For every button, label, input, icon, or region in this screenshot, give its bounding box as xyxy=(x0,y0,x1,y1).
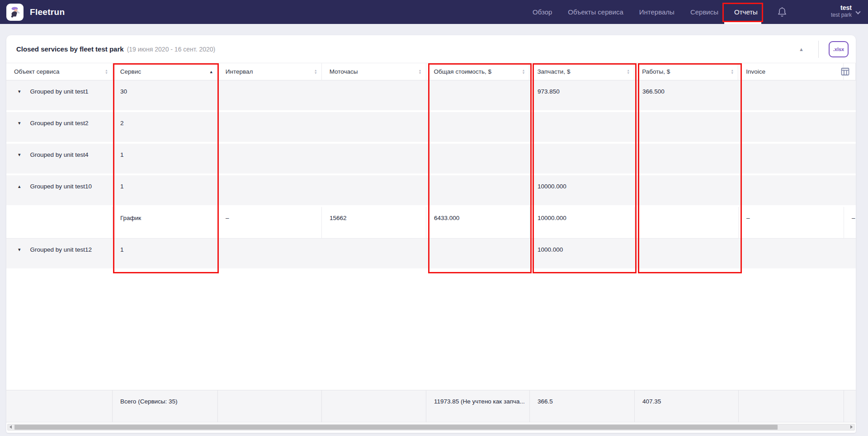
main-navigation: Обзор Объекты сервиса Интервалы Сервисы … xyxy=(533,0,758,24)
unit-name: Grouped by unit test1 xyxy=(30,88,89,95)
sort-icon[interactable]: ▲▼ xyxy=(105,69,108,75)
cell-works xyxy=(635,144,739,173)
cell-invoice xyxy=(739,80,844,110)
cell-interval xyxy=(218,144,322,173)
scrollbar-thumb[interactable] xyxy=(14,425,778,430)
cell-motohours xyxy=(322,239,426,268)
report-title: Closed services by fleet test park xyxy=(16,45,124,53)
cell-invoice: – xyxy=(739,207,844,238)
column-header-service-object[interactable]: Объект сервиса ▲▼ xyxy=(6,63,113,80)
cell-works xyxy=(635,112,739,142)
total-extra xyxy=(844,390,856,422)
table-row: ▾ Grouped by unit test4 1 xyxy=(6,144,856,173)
chevron-down-icon[interactable] xyxy=(855,9,860,14)
report-header: Closed services by fleet test park (19 и… xyxy=(6,35,856,63)
fleetrun-logo[interactable] xyxy=(6,4,24,21)
sort-icon[interactable]: ▲▼ xyxy=(627,69,630,75)
cell-parts xyxy=(530,144,635,173)
cell-works xyxy=(635,239,739,268)
unit-name: Grouped by unit test4 xyxy=(30,151,89,158)
group-row-toggle[interactable]: ▾ Grouped by unit test2 xyxy=(6,112,113,142)
column-header-total-cost[interactable]: Общая стоимость, $ ▲▼ xyxy=(426,63,530,80)
cell-service: 2 xyxy=(113,112,218,142)
table-detail-row: График – 15662 6433.000 10000.000 – – xyxy=(6,207,856,239)
export-xlsx-button[interactable]: .xlsx xyxy=(829,41,849,57)
table-totals-row: Всего (Сервисы: 35) 11973.85 (Не учтено … xyxy=(6,390,856,422)
collapse-panel-icon[interactable]: ▲ xyxy=(796,44,807,55)
cell-total xyxy=(426,239,530,268)
unit-name: Grouped by unit test2 xyxy=(30,120,89,127)
cell-total xyxy=(426,144,530,173)
group-row-toggle[interactable]: ▴ Grouped by unit test10 xyxy=(6,175,113,205)
cell-works xyxy=(635,207,739,238)
user-organization: test park xyxy=(831,12,852,18)
column-header-works[interactable]: Работы, $ ▲▼ xyxy=(634,63,738,80)
cell-works: 366.500 xyxy=(635,80,739,110)
total-parts: 366.5 xyxy=(530,390,635,422)
triangle-down-icon[interactable]: ▾ xyxy=(18,89,21,94)
column-header-motohours[interactable]: Моточасы ▲▼ xyxy=(322,63,426,80)
total-unit xyxy=(6,390,113,422)
cell-extra: – xyxy=(844,207,856,238)
group-row-toggle[interactable]: ▾ Grouped by unit test12 xyxy=(6,239,113,268)
cell-interval: – xyxy=(218,207,322,238)
horizontal-scrollbar[interactable] xyxy=(7,424,855,431)
cell-total xyxy=(426,80,530,110)
cell-total xyxy=(426,175,530,205)
group-row-toggle[interactable]: ▾ Grouped by unit test1 xyxy=(6,80,113,110)
cell-extra xyxy=(844,112,856,142)
cell-invoice xyxy=(739,112,844,142)
column-settings-icon[interactable] xyxy=(840,67,850,76)
cell-parts: 1000.000 xyxy=(530,239,635,268)
nav-tab-intervals[interactable]: Интервалы xyxy=(639,8,675,16)
cell-extra xyxy=(844,239,856,268)
group-row-toggle[interactable]: ▾ Grouped by unit test4 xyxy=(6,144,113,173)
cell-service[interactable]: График xyxy=(113,207,218,238)
cell-motohours xyxy=(322,112,426,142)
nav-tab-service-objects[interactable]: Объекты сервиса xyxy=(568,8,623,16)
user-menu[interactable]: test test park xyxy=(831,4,852,18)
cell-parts xyxy=(530,112,635,142)
cell-invoice xyxy=(739,175,844,205)
sort-icon[interactable]: ▲▼ xyxy=(314,69,317,75)
column-header-interval[interactable]: Интервал ▲▼ xyxy=(218,63,322,80)
triangle-down-icon[interactable]: ▾ xyxy=(18,247,21,253)
cell-service: 1 xyxy=(113,175,218,205)
cell-extra xyxy=(844,175,856,205)
sort-asc-icon[interactable]: ▲ xyxy=(209,70,213,74)
scroll-left-icon[interactable] xyxy=(9,425,12,429)
cell-unit xyxy=(6,207,113,238)
cell-invoice xyxy=(739,239,844,268)
column-header-service[interactable]: Сервис ▲ xyxy=(113,63,218,80)
unit-name: Grouped by unit test10 xyxy=(30,183,92,190)
top-navbar: Fleetrun Обзор Объекты сервиса Интервалы… xyxy=(0,0,868,24)
triangle-down-icon[interactable]: ▾ xyxy=(18,152,21,158)
cell-service: 30 xyxy=(113,80,218,110)
cell-total: 6433.000 xyxy=(426,207,530,238)
cell-interval xyxy=(218,80,322,110)
cell-interval xyxy=(218,112,322,142)
table-row: ▾ Grouped by unit test12 1 1000.000 xyxy=(6,239,856,268)
scroll-right-icon[interactable] xyxy=(850,425,853,429)
nav-tab-overview[interactable]: Обзор xyxy=(533,8,552,16)
cell-motohours xyxy=(322,175,426,205)
user-name: test xyxy=(831,4,852,12)
sort-icon[interactable]: ▲▼ xyxy=(419,69,422,75)
nav-tab-reports[interactable]: Отчеты xyxy=(734,8,758,16)
cell-works xyxy=(635,175,739,205)
cell-motohours xyxy=(322,144,426,173)
sort-icon[interactable]: ▲▼ xyxy=(522,69,525,75)
sort-icon[interactable]: ▲▼ xyxy=(731,69,734,75)
nav-tab-services[interactable]: Сервисы xyxy=(690,8,718,16)
column-header-parts[interactable]: Запчасти, $ ▲▼ xyxy=(529,63,634,80)
cell-service: 1 xyxy=(113,239,218,268)
table-row: ▾ Grouped by unit test1 30 973.850 366.5… xyxy=(6,80,856,110)
total-cost: 11973.85 (Не учтено как запча... xyxy=(426,390,530,422)
notifications-bell-icon[interactable] xyxy=(777,6,788,18)
cell-extra xyxy=(844,80,856,110)
triangle-down-icon[interactable]: ▾ xyxy=(18,120,21,126)
triangle-up-icon[interactable]: ▴ xyxy=(18,183,21,189)
column-header-invoice[interactable]: Invoice xyxy=(738,63,844,80)
cell-parts: 973.850 xyxy=(530,80,635,110)
total-interval xyxy=(218,390,322,422)
